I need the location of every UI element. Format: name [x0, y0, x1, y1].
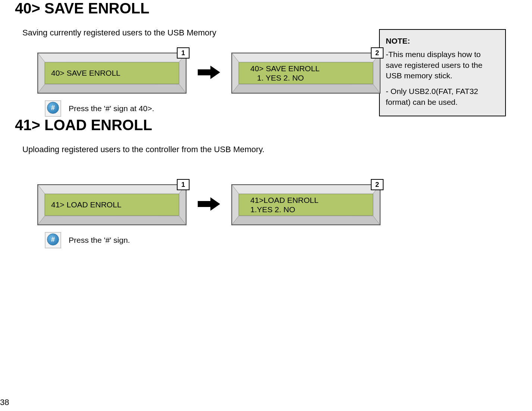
lcd-frame: 40> SAVE ENROLL 1. YES 2. NO: [231, 53, 381, 94]
arrow-right-icon: [198, 65, 220, 81]
svg-marker-1: [38, 84, 186, 93]
lcd-screen: 40> SAVE ENROLL: [45, 62, 179, 84]
lcd-line: 40> SAVE ENROLL: [250, 64, 373, 73]
svg-marker-3: [179, 53, 186, 93]
step-badge-2: 2: [371, 179, 384, 190]
section1-caption: Press the '#' sign at 40>.: [69, 104, 154, 113]
svg-marker-16: [232, 185, 239, 225]
lcd-line: 40> SAVE ENROLL: [51, 68, 179, 78]
svg-marker-8: [373, 53, 380, 93]
step-badge-2: 2: [371, 47, 384, 59]
svg-marker-2: [38, 53, 45, 93]
svg-marker-13: [198, 197, 220, 211]
lcd-line: 1.YES 2. NO: [250, 205, 373, 214]
svg-marker-17: [373, 185, 380, 225]
lcd-screen: 41>LOAD ENROLL 1.YES 2. NO: [239, 194, 373, 216]
note-title: NOTE:: [386, 36, 498, 46]
svg-marker-10: [38, 216, 186, 225]
svg-marker-4: [198, 66, 220, 79]
section1-lcd2-wrap: 2 40> SAVE ENROLL 1. YES 2. NO: [231, 53, 381, 94]
lcd-line: 41>LOAD ENROLL: [250, 195, 373, 205]
arrow-right-icon: [198, 197, 220, 213]
section2-desc: Uploading registered users to the contro…: [22, 145, 517, 154]
lcd-frame: 41> LOAD ENROLL: [37, 184, 187, 225]
section2-lcd1-wrap: 1 41> LOAD ENROLL: [37, 184, 187, 225]
lcd-frame: 41>LOAD ENROLL 1.YES 2. NO: [231, 184, 381, 225]
hash-key-icon: #: [45, 100, 61, 117]
lcd-line: 1. YES 2. NO: [250, 73, 373, 82]
svg-marker-6: [232, 84, 380, 93]
step-badge-1: 1: [177, 179, 190, 190]
svg-marker-0: [38, 53, 186, 62]
lcd-screen: 40> SAVE ENROLL 1. YES 2. NO: [239, 62, 373, 84]
step-badge-1: 1: [177, 47, 190, 59]
section1-lcd1-wrap: 1 40> SAVE ENROLL: [37, 53, 187, 94]
lcd-screen: 41> LOAD ENROLL: [45, 194, 179, 216]
svg-marker-12: [179, 185, 186, 225]
note-box: NOTE: -This menu displays how to save re…: [379, 29, 506, 116]
svg-marker-5: [232, 53, 380, 62]
hash-circle-icon: #: [47, 102, 59, 114]
svg-marker-15: [232, 216, 380, 225]
section1-title: 40> SAVE ENROLL: [15, 0, 517, 17]
hash-key-icon: #: [45, 232, 61, 248]
section2-title: 41> LOAD ENROLL: [15, 117, 517, 134]
svg-marker-9: [38, 185, 186, 194]
page-number: 38: [0, 398, 9, 407]
section2-lcd2-wrap: 2 41>LOAD ENROLL 1.YES 2. NO: [231, 184, 381, 225]
note-line-1: -This menu displays how to save register…: [386, 49, 498, 81]
hash-circle-icon: #: [47, 233, 59, 245]
lcd-line: 41> LOAD ENROLL: [51, 200, 179, 209]
svg-marker-14: [232, 185, 380, 194]
section2-caption-row: # Press the '#' sign.: [45, 232, 517, 248]
section2-flow: 1 41> LOAD ENROLL: [37, 184, 517, 225]
svg-marker-11: [38, 185, 45, 225]
section2-caption: Press the '#' sign.: [69, 236, 130, 245]
lcd-frame: 40> SAVE ENROLL: [37, 53, 187, 94]
svg-marker-7: [232, 53, 239, 93]
note-line-2: - Only USB2.0(FAT, FAT32 format) can be …: [386, 86, 498, 107]
